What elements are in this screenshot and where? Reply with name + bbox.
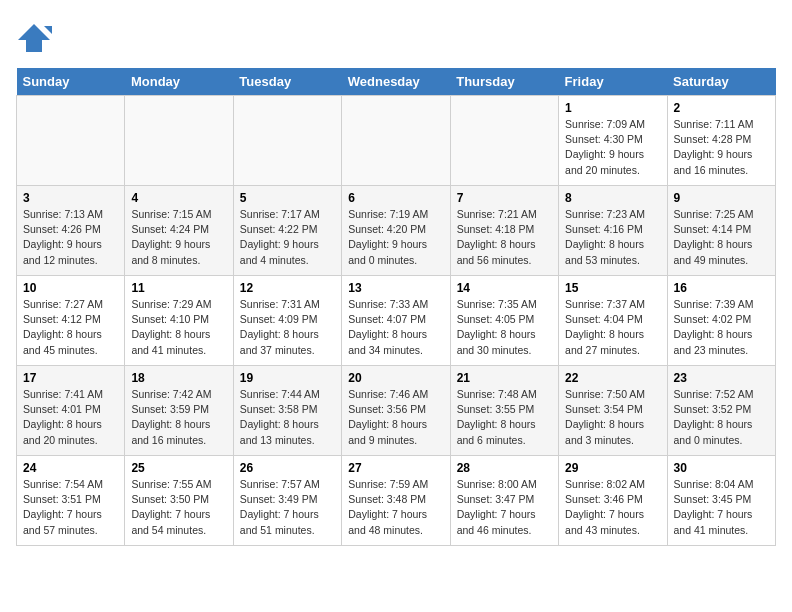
calendar-cell: 2Sunrise: 7:11 AM Sunset: 4:28 PM Daylig…	[667, 96, 775, 186]
day-info: Sunrise: 7:17 AM Sunset: 4:22 PM Dayligh…	[240, 207, 335, 268]
calendar-cell	[450, 96, 558, 186]
calendar-cell: 16Sunrise: 7:39 AM Sunset: 4:02 PM Dayli…	[667, 276, 775, 366]
day-info: Sunrise: 7:09 AM Sunset: 4:30 PM Dayligh…	[565, 117, 660, 178]
calendar-cell: 1Sunrise: 7:09 AM Sunset: 4:30 PM Daylig…	[559, 96, 667, 186]
logo	[16, 20, 56, 56]
page-header	[16, 16, 776, 56]
day-info: Sunrise: 7:48 AM Sunset: 3:55 PM Dayligh…	[457, 387, 552, 448]
day-number: 20	[348, 371, 443, 385]
day-info: Sunrise: 8:04 AM Sunset: 3:45 PM Dayligh…	[674, 477, 769, 538]
logo-icon	[16, 20, 52, 56]
day-number: 10	[23, 281, 118, 295]
day-number: 17	[23, 371, 118, 385]
calendar-cell: 5Sunrise: 7:17 AM Sunset: 4:22 PM Daylig…	[233, 186, 341, 276]
svg-marker-1	[44, 26, 52, 34]
calendar-cell: 14Sunrise: 7:35 AM Sunset: 4:05 PM Dayli…	[450, 276, 558, 366]
calendar-cell: 21Sunrise: 7:48 AM Sunset: 3:55 PM Dayli…	[450, 366, 558, 456]
calendar-cell: 17Sunrise: 7:41 AM Sunset: 4:01 PM Dayli…	[17, 366, 125, 456]
header-thursday: Thursday	[450, 68, 558, 96]
svg-marker-0	[18, 24, 50, 52]
header-saturday: Saturday	[667, 68, 775, 96]
day-info: Sunrise: 7:35 AM Sunset: 4:05 PM Dayligh…	[457, 297, 552, 358]
day-number: 4	[131, 191, 226, 205]
header-row: SundayMondayTuesdayWednesdayThursdayFrid…	[17, 68, 776, 96]
calendar-cell: 25Sunrise: 7:55 AM Sunset: 3:50 PM Dayli…	[125, 456, 233, 546]
day-info: Sunrise: 7:29 AM Sunset: 4:10 PM Dayligh…	[131, 297, 226, 358]
calendar-cell: 19Sunrise: 7:44 AM Sunset: 3:58 PM Dayli…	[233, 366, 341, 456]
calendar-cell: 18Sunrise: 7:42 AM Sunset: 3:59 PM Dayli…	[125, 366, 233, 456]
day-number: 23	[674, 371, 769, 385]
day-info: Sunrise: 7:57 AM Sunset: 3:49 PM Dayligh…	[240, 477, 335, 538]
calendar-table: SundayMondayTuesdayWednesdayThursdayFrid…	[16, 68, 776, 546]
calendar-cell	[125, 96, 233, 186]
calendar-body: 1Sunrise: 7:09 AM Sunset: 4:30 PM Daylig…	[17, 96, 776, 546]
day-info: Sunrise: 7:25 AM Sunset: 4:14 PM Dayligh…	[674, 207, 769, 268]
day-number: 14	[457, 281, 552, 295]
calendar-cell	[233, 96, 341, 186]
day-info: Sunrise: 7:37 AM Sunset: 4:04 PM Dayligh…	[565, 297, 660, 358]
day-info: Sunrise: 7:39 AM Sunset: 4:02 PM Dayligh…	[674, 297, 769, 358]
calendar-cell: 27Sunrise: 7:59 AM Sunset: 3:48 PM Dayli…	[342, 456, 450, 546]
day-info: Sunrise: 7:11 AM Sunset: 4:28 PM Dayligh…	[674, 117, 769, 178]
day-number: 15	[565, 281, 660, 295]
week-row-3: 17Sunrise: 7:41 AM Sunset: 4:01 PM Dayli…	[17, 366, 776, 456]
day-info: Sunrise: 7:31 AM Sunset: 4:09 PM Dayligh…	[240, 297, 335, 358]
day-number: 1	[565, 101, 660, 115]
calendar-cell: 10Sunrise: 7:27 AM Sunset: 4:12 PM Dayli…	[17, 276, 125, 366]
calendar-cell: 13Sunrise: 7:33 AM Sunset: 4:07 PM Dayli…	[342, 276, 450, 366]
day-number: 9	[674, 191, 769, 205]
calendar-cell: 8Sunrise: 7:23 AM Sunset: 4:16 PM Daylig…	[559, 186, 667, 276]
header-tuesday: Tuesday	[233, 68, 341, 96]
week-row-0: 1Sunrise: 7:09 AM Sunset: 4:30 PM Daylig…	[17, 96, 776, 186]
day-info: Sunrise: 7:41 AM Sunset: 4:01 PM Dayligh…	[23, 387, 118, 448]
day-number: 22	[565, 371, 660, 385]
day-info: Sunrise: 7:27 AM Sunset: 4:12 PM Dayligh…	[23, 297, 118, 358]
day-number: 25	[131, 461, 226, 475]
calendar-cell: 28Sunrise: 8:00 AM Sunset: 3:47 PM Dayli…	[450, 456, 558, 546]
day-number: 30	[674, 461, 769, 475]
calendar-cell: 23Sunrise: 7:52 AM Sunset: 3:52 PM Dayli…	[667, 366, 775, 456]
calendar-header: SundayMondayTuesdayWednesdayThursdayFrid…	[17, 68, 776, 96]
header-wednesday: Wednesday	[342, 68, 450, 96]
day-info: Sunrise: 7:33 AM Sunset: 4:07 PM Dayligh…	[348, 297, 443, 358]
day-number: 16	[674, 281, 769, 295]
calendar-cell: 29Sunrise: 8:02 AM Sunset: 3:46 PM Dayli…	[559, 456, 667, 546]
calendar-cell: 9Sunrise: 7:25 AM Sunset: 4:14 PM Daylig…	[667, 186, 775, 276]
day-info: Sunrise: 7:44 AM Sunset: 3:58 PM Dayligh…	[240, 387, 335, 448]
day-number: 5	[240, 191, 335, 205]
day-info: Sunrise: 7:23 AM Sunset: 4:16 PM Dayligh…	[565, 207, 660, 268]
day-info: Sunrise: 7:21 AM Sunset: 4:18 PM Dayligh…	[457, 207, 552, 268]
day-number: 28	[457, 461, 552, 475]
day-info: Sunrise: 7:13 AM Sunset: 4:26 PM Dayligh…	[23, 207, 118, 268]
header-monday: Monday	[125, 68, 233, 96]
day-number: 2	[674, 101, 769, 115]
calendar-cell: 3Sunrise: 7:13 AM Sunset: 4:26 PM Daylig…	[17, 186, 125, 276]
day-info: Sunrise: 7:55 AM Sunset: 3:50 PM Dayligh…	[131, 477, 226, 538]
day-number: 29	[565, 461, 660, 475]
calendar-cell: 30Sunrise: 8:04 AM Sunset: 3:45 PM Dayli…	[667, 456, 775, 546]
calendar-cell: 15Sunrise: 7:37 AM Sunset: 4:04 PM Dayli…	[559, 276, 667, 366]
day-number: 11	[131, 281, 226, 295]
day-number: 13	[348, 281, 443, 295]
day-info: Sunrise: 7:15 AM Sunset: 4:24 PM Dayligh…	[131, 207, 226, 268]
day-number: 24	[23, 461, 118, 475]
day-info: Sunrise: 7:42 AM Sunset: 3:59 PM Dayligh…	[131, 387, 226, 448]
day-info: Sunrise: 7:54 AM Sunset: 3:51 PM Dayligh…	[23, 477, 118, 538]
day-info: Sunrise: 8:02 AM Sunset: 3:46 PM Dayligh…	[565, 477, 660, 538]
day-number: 12	[240, 281, 335, 295]
day-number: 8	[565, 191, 660, 205]
day-info: Sunrise: 7:19 AM Sunset: 4:20 PM Dayligh…	[348, 207, 443, 268]
week-row-4: 24Sunrise: 7:54 AM Sunset: 3:51 PM Dayli…	[17, 456, 776, 546]
calendar-cell: 11Sunrise: 7:29 AM Sunset: 4:10 PM Dayli…	[125, 276, 233, 366]
calendar-cell: 4Sunrise: 7:15 AM Sunset: 4:24 PM Daylig…	[125, 186, 233, 276]
week-row-2: 10Sunrise: 7:27 AM Sunset: 4:12 PM Dayli…	[17, 276, 776, 366]
day-number: 19	[240, 371, 335, 385]
day-number: 6	[348, 191, 443, 205]
calendar-cell: 12Sunrise: 7:31 AM Sunset: 4:09 PM Dayli…	[233, 276, 341, 366]
day-number: 18	[131, 371, 226, 385]
week-row-1: 3Sunrise: 7:13 AM Sunset: 4:26 PM Daylig…	[17, 186, 776, 276]
day-info: Sunrise: 7:50 AM Sunset: 3:54 PM Dayligh…	[565, 387, 660, 448]
header-friday: Friday	[559, 68, 667, 96]
day-info: Sunrise: 8:00 AM Sunset: 3:47 PM Dayligh…	[457, 477, 552, 538]
calendar-cell: 22Sunrise: 7:50 AM Sunset: 3:54 PM Dayli…	[559, 366, 667, 456]
